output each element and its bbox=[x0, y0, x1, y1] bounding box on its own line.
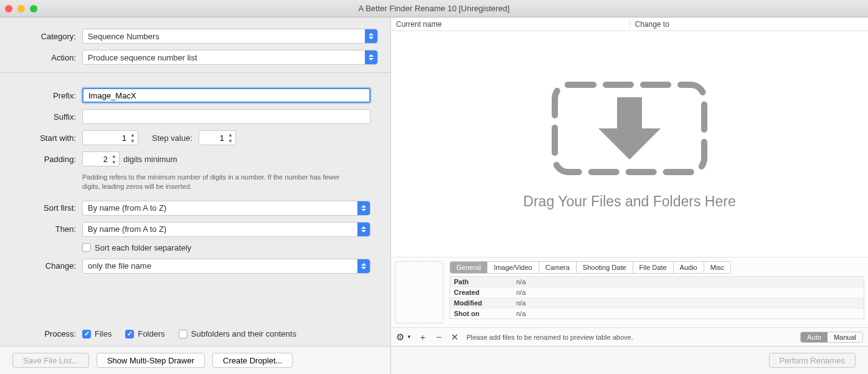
prefix-input[interactable] bbox=[82, 88, 370, 103]
clear-icon[interactable]: ✕ bbox=[450, 332, 460, 343]
chevron-updown-icon bbox=[357, 259, 370, 273]
save-file-list-button[interactable]: Save File List... bbox=[12, 353, 89, 368]
tab-shooting-date[interactable]: Shooting Date bbox=[577, 262, 633, 273]
chevron-updown-icon bbox=[365, 29, 377, 43]
process-subfolders-checkbox[interactable]: Subfolders and their contents bbox=[179, 329, 296, 338]
gear-dropdown-icon[interactable]: ▼ bbox=[407, 334, 412, 340]
prefix-label: Prefix: bbox=[12, 91, 82, 100]
step-value-label: Step value: bbox=[152, 133, 192, 143]
start-with-stepper[interactable]: ▲▼ bbox=[128, 132, 137, 144]
remove-icon[interactable]: − bbox=[434, 332, 444, 342]
category-select[interactable]: Sequence Numbers bbox=[82, 29, 378, 44]
tab-general[interactable]: General bbox=[450, 262, 488, 273]
suffix-input[interactable] bbox=[82, 109, 370, 124]
perform-renames-button[interactable]: Perform Renames bbox=[769, 353, 856, 368]
sort-first-label: Sort first: bbox=[12, 203, 82, 213]
tab-camera[interactable]: Camera bbox=[539, 262, 577, 273]
auto-manual-toggle[interactable]: Auto Manual bbox=[800, 332, 863, 343]
column-current-name[interactable]: Current name bbox=[391, 20, 630, 29]
category-label: Category: bbox=[12, 32, 82, 41]
thumbnail-placeholder bbox=[395, 261, 443, 324]
digits-minimum-label: digits minimum bbox=[123, 155, 177, 164]
create-droplet-button[interactable]: Create Droplet... bbox=[212, 353, 293, 368]
toggle-manual[interactable]: Manual bbox=[828, 332, 862, 342]
titlebar: A Better Finder Rename 10 [Unregistered] bbox=[0, 0, 868, 17]
action-select[interactable]: Produce sequence number list bbox=[82, 50, 378, 65]
close-button[interactable] bbox=[5, 5, 12, 12]
drop-icon bbox=[549, 79, 710, 178]
padding-stepper[interactable]: ▲▼ bbox=[110, 153, 118, 165]
suffix-label: Suffix: bbox=[12, 112, 82, 122]
tab-audio[interactable]: Audio bbox=[674, 262, 704, 273]
status-message: Please add files to be renamed to previe… bbox=[466, 333, 794, 341]
padding-label: Padding: bbox=[12, 155, 82, 164]
process-files-checkbox[interactable]: Files bbox=[82, 329, 111, 338]
metadata-tabs: General Image/Video Camera Shooting Date… bbox=[450, 261, 731, 274]
maximize-button[interactable] bbox=[30, 5, 37, 12]
metadata-table: Pathn/a Createdn/a Modifiedn/a Shot onn/… bbox=[450, 276, 864, 319]
gear-icon[interactable]: ⚙ bbox=[396, 332, 404, 343]
padding-hint: Padding refers to the minimum number of … bbox=[82, 173, 344, 192]
chevron-updown-icon bbox=[357, 201, 370, 215]
change-select[interactable]: only the file name bbox=[82, 259, 370, 274]
column-change-to[interactable]: Change to bbox=[630, 20, 869, 29]
toggle-auto[interactable]: Auto bbox=[801, 332, 828, 342]
minimize-button[interactable] bbox=[17, 5, 25, 12]
preview-columns: Current name Change to bbox=[391, 17, 868, 31]
info-bar: General Image/Video Camera Shooting Date… bbox=[391, 257, 868, 327]
tab-file-date[interactable]: File Date bbox=[633, 262, 674, 273]
chevron-updown-icon bbox=[357, 223, 370, 236]
start-with-label: Start with: bbox=[12, 133, 82, 143]
sort-each-folder-checkbox[interactable]: Sort each folder separately bbox=[82, 243, 191, 252]
tab-image-video[interactable]: Image/Video bbox=[488, 262, 539, 273]
show-drawer-button[interactable]: Show Multi-Step Drawer bbox=[97, 353, 205, 368]
status-bar: ⚙ ▼ + − ✕ Please add files to be renamed… bbox=[391, 327, 868, 346]
add-icon[interactable]: + bbox=[418, 332, 428, 342]
process-folders-checkbox[interactable]: Folders bbox=[125, 329, 164, 338]
then-label: Then: bbox=[12, 224, 82, 234]
change-label: Change: bbox=[12, 261, 82, 271]
chevron-updown-icon bbox=[365, 50, 377, 64]
action-label: Action: bbox=[12, 53, 82, 62]
settings-panel: Category: Sequence Numbers Action: Produ… bbox=[0, 17, 391, 374]
drop-zone[interactable]: Drag Your Files and Folders Here bbox=[391, 31, 868, 257]
preview-panel: Current name Change to Drag Your Files a… bbox=[391, 17, 868, 374]
window-title: A Better Finder Rename 10 [Unregistered] bbox=[0, 4, 868, 13]
process-label: Process: bbox=[12, 329, 82, 338]
then-select[interactable]: By name (from A to Z) bbox=[82, 222, 370, 237]
sort-first-select[interactable]: By name (from A to Z) bbox=[82, 201, 370, 216]
drop-text: Drag Your Files and Folders Here bbox=[523, 193, 735, 210]
tab-misc[interactable]: Misc bbox=[704, 262, 731, 273]
step-value-stepper[interactable]: ▲▼ bbox=[226, 132, 235, 144]
